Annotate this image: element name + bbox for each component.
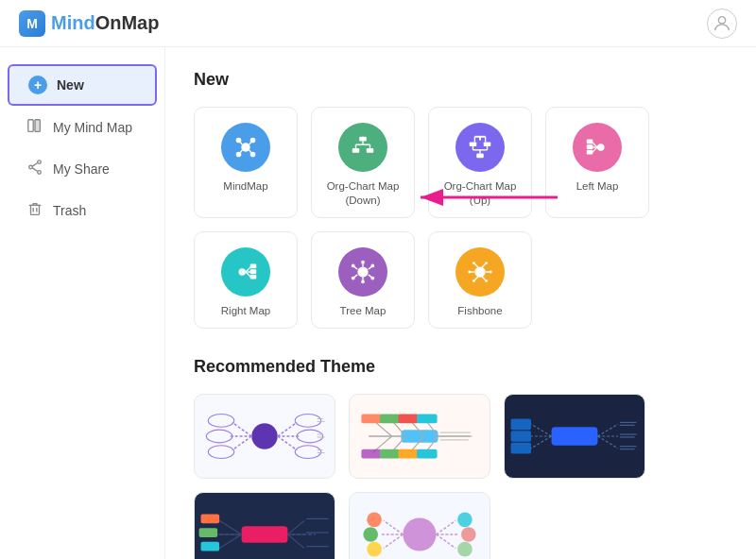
svg-line-6 [32,163,37,167]
svg-point-76 [472,280,475,282]
svg-rect-44 [587,150,593,155]
svg-line-7 [32,168,37,172]
sidebar-item-my-share[interactable]: My Share [8,149,157,189]
svg-point-62 [361,280,365,283]
sidebar-label-new: New [57,77,84,93]
theme-card-2[interactable] [349,394,490,479]
svg-rect-1 [28,120,33,132]
svg-line-58 [369,275,372,278]
svg-rect-32 [470,142,477,146]
share-icon [26,159,43,179]
svg-line-86 [278,436,298,450]
svg-point-161 [461,527,476,542]
svg-line-153 [384,534,404,549]
svg-point-3 [38,161,42,164]
svg-rect-109 [361,414,382,423]
svg-line-18 [240,150,242,153]
svg-rect-33 [484,142,491,146]
svg-point-63 [370,263,374,267]
svg-line-19 [249,150,251,153]
plus-icon: + [28,76,47,94]
svg-line-123 [531,436,552,449]
svg-point-45 [239,268,247,276]
svg-point-5 [38,171,42,175]
svg-rect-20 [359,137,367,142]
org-down-icon [338,123,387,172]
map-grid: MindMap O [194,107,728,329]
theme-card-5[interactable] [349,492,490,559]
logo: M MindOnMap [19,10,159,37]
svg-line-55 [354,275,358,278]
svg-rect-42 [587,140,593,144]
map-card-left[interactable]: Left Map [545,107,649,218]
svg-point-73 [490,270,492,273]
trash-icon [26,200,43,221]
svg-line-124 [597,424,618,436]
svg-point-160 [457,512,472,527]
svg-point-87 [208,414,233,427]
logo-text: MindOnMap [51,12,159,34]
svg-point-72 [468,270,471,273]
svg-rect-144 [201,514,220,523]
svg-point-4 [29,165,33,169]
theme-card-3[interactable] [504,394,645,479]
svg-point-80 [251,423,277,449]
svg-rect-129 [511,443,532,454]
sidebar-item-new[interactable]: + New [8,64,157,106]
main-layout: + New My Mind Map [0,47,756,559]
mindmap-icon [221,123,270,172]
logo-icon: M [19,10,45,37]
svg-point-64 [370,277,374,280]
svg-rect-50 [250,269,257,274]
svg-line-68 [474,263,478,267]
theme-card-1[interactable] [194,394,335,479]
content-area: New [165,47,756,559]
svg-rect-111 [399,414,420,423]
svg-point-89 [208,446,233,459]
map-card-org-down[interactable]: Org-Chart Map (Down) [311,107,415,218]
sidebar-item-my-mind-map[interactable]: My Mind Map [8,108,157,147]
svg-rect-116 [417,449,438,459]
svg-line-17 [249,142,251,144]
svg-line-54 [354,266,358,269]
svg-point-74 [472,262,475,264]
map-card-org-up[interactable]: Org-Chart Map (Up) [428,107,532,218]
svg-rect-137 [242,526,288,543]
svg-rect-27 [476,154,484,159]
sidebar-label-my-mind-map: My Mind Map [53,120,132,135]
svg-point-162 [457,542,472,557]
sidebar: + New My Mind Map [0,47,165,559]
new-section-title: New [194,70,728,90]
themes-section-title: Recommended Theme [194,357,728,377]
svg-point-157 [367,512,382,527]
svg-rect-49 [250,263,257,268]
map-card-mindmap[interactable]: MindMap [194,107,298,218]
user-avatar[interactable] [707,8,737,39]
svg-point-0 [718,16,725,23]
svg-point-91 [297,430,322,443]
theme-card-4[interactable] [194,492,335,559]
fishbone-label: Fishbone [457,304,502,318]
svg-rect-115 [399,449,420,459]
header: M MindOnMap [0,0,756,47]
sidebar-item-trash[interactable]: Trash [8,191,157,230]
svg-rect-128 [511,431,532,442]
svg-point-52 [357,266,368,277]
svg-rect-145 [199,528,218,537]
map-card-fishbone[interactable]: Fishbone [428,231,532,329]
svg-rect-120 [552,427,598,446]
map-icon [26,117,43,138]
tree-map-icon [338,247,387,296]
svg-point-88 [206,430,232,443]
map-card-right[interactable]: Right Map [194,231,298,329]
svg-point-158 [363,527,378,542]
svg-point-61 [352,277,355,280]
map-card-tree[interactable]: Tree Map [311,231,415,329]
svg-point-159 [367,542,382,557]
svg-rect-2 [35,120,40,132]
svg-point-150 [403,517,436,551]
svg-point-65 [474,266,485,277]
svg-rect-43 [587,144,593,149]
org-up-icon [455,123,505,172]
org-down-label: Org-Chart Map (Down) [321,179,404,208]
